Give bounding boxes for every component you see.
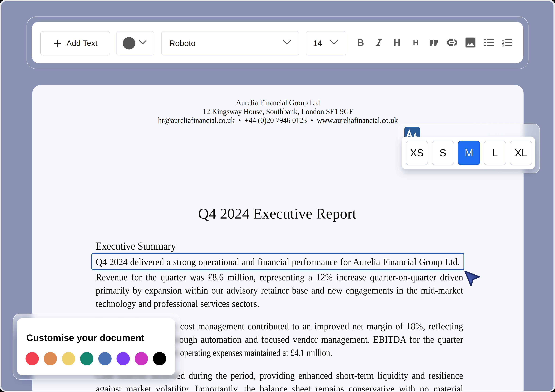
svg-text:3: 3 (502, 44, 504, 46)
